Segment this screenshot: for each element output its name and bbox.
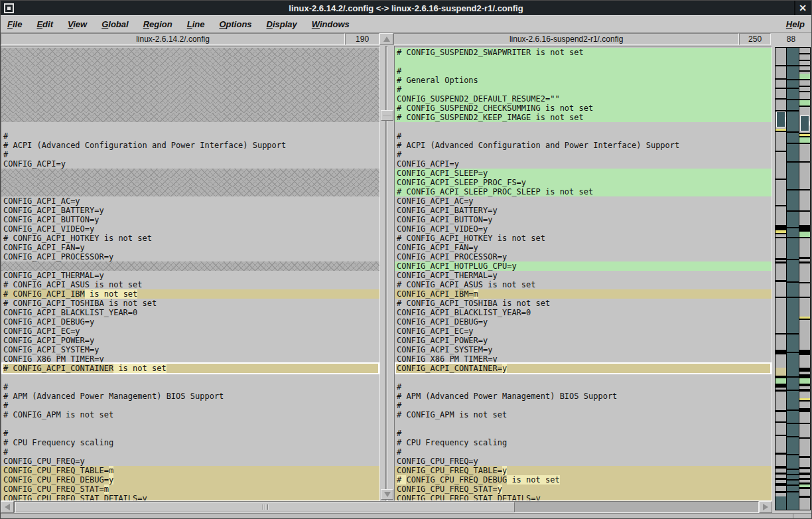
code-line[interactable]: CONFIG_ACPI_DEBUG=y [1,317,379,327]
code-line[interactable]: # [395,150,772,159]
code-line[interactable]: CONFIG_ACPI_SLEEP_PROC_FS=y [395,178,772,187]
menu-view[interactable]: View [68,19,87,29]
code-line[interactable]: CONFIG_ACPI_FAN=y [395,243,772,252]
code-line[interactable]: # CONFIG_SUSPEND2_KEEP_IMAGE is not set [395,113,772,122]
menu-line[interactable]: Line [187,19,205,29]
code-line[interactable]: CONFIG_ACPI_EC=y [1,327,379,336]
code-line[interactable]: CONFIG_ACPI_AC=y [1,196,379,206]
code-line[interactable]: CONFIG_CPU_FREQ_STAT=m [1,484,379,494]
code-line[interactable]: CONFIG_CPU_FREQ=y [395,457,772,466]
menu-options[interactable]: Options [219,19,251,29]
code-line[interactable]: # General Options [395,76,772,85]
code-line[interactable]: # [1,382,379,392]
code-line[interactable]: CONFIG_ACPI_HOTPLUG_CPU=y [395,261,772,271]
code-line[interactable]: # CONFIG_ACPI_TOSHIBA is not set [395,299,772,308]
code-line[interactable]: # CONFIG_ACPI_ASUS is not set [395,280,772,289]
code-line[interactable]: # CONFIG_SUSPEND2_CHECKSUMMING is not se… [395,104,772,113]
code-line[interactable]: CONFIG_ACPI_THERMAL=y [395,271,772,280]
code-line[interactable]: # ACPI (Advanced Configuration and Power… [395,141,772,150]
code-line[interactable]: CONFIG_CPU_FREQ=y [1,457,379,466]
code-line[interactable]: # CONFIG_ACPI_TOSHIBA is not set [1,299,379,308]
code-line[interactable]: # [1,401,379,410]
code-line[interactable]: CONFIG_ACPI_FAN=y [1,243,379,252]
window-menu-icon[interactable] [4,3,14,13]
code-line[interactable]: # [395,66,772,76]
code-line[interactable]: # CONFIG_ACPI_SLEEP_PROC_SLEEP is not se… [395,187,772,196]
code-line[interactable]: # CONFIG_CPU_FREQ_DEBUG is not set [395,475,772,484]
code-line[interactable]: # [1,447,379,457]
code-line[interactable]: CONFIG_ACPI_PROCESSOR=y [395,252,772,261]
scroll-left-button[interactable] [1,501,14,513]
vertical-scrollbar[interactable] [380,46,394,501]
code-line[interactable]: # CONFIG_ACPI_IBM is not set [1,289,379,299]
menu-region[interactable]: Region [143,19,172,29]
code-line[interactable]: CONFIG_X86_PM_TIMER=y [395,354,772,364]
code-line[interactable]: # ACPI (Advanced Configuration and Power… [1,141,379,150]
overview-viewport-indicator[interactable] [776,111,785,127]
code-line[interactable] [395,57,772,66]
code-line[interactable]: # CONFIG_APM is not set [1,410,379,419]
close-icon[interactable]: ✕ [794,1,810,15]
code-line[interactable]: CONFIG_ACPI_IBM=m [395,289,772,299]
code-line[interactable]: CONFIG_ACPI_BUTTON=y [395,215,772,224]
code-line[interactable]: # CPU Frequency scaling [395,438,772,447]
code-line[interactable]: CONFIG_ACPI_SLEEP=y [395,169,772,178]
code-line[interactable]: CONFIG_CPU_FREQ_DEBUG=y [1,475,379,484]
code-line[interactable]: # CONFIG_ACPI_HOTKEY is not set [1,234,379,243]
code-line[interactable]: CONFIG_ACPI_BLACKLIST_YEAR=0 [395,308,772,317]
code-line[interactable]: CONFIG_ACPI=y [395,159,772,169]
code-line[interactable]: CONFIG_ACPI_THERMAL=y [1,271,379,280]
scroll-up-button[interactable] [379,33,393,45]
horizontal-scrollbar[interactable] [1,501,772,513]
code-line[interactable] [395,419,772,429]
code-line[interactable]: # [395,131,772,141]
code-line[interactable]: # CPU Frequency scaling [1,438,379,447]
code-line[interactable]: # CONFIG_ACPI_CONTAINER is not set [1,364,379,373]
code-line[interactable]: CONFIG_ACPI_POWER=y [395,336,772,345]
code-line[interactable]: # CONFIG_APM is not set [395,410,772,419]
right-file-pane[interactable]: # CONFIG_SUSPEND2_SWAPWRITER is not set#… [394,46,772,501]
code-line[interactable]: CONFIG_ACPI_BATTERY=y [395,206,772,215]
code-line[interactable] [395,373,772,382]
code-line[interactable]: # [1,429,379,438]
code-line[interactable]: # APM (Advanced Power Management) BIOS S… [1,392,379,401]
code-line[interactable] [1,373,379,382]
code-line[interactable]: # CONFIG_ACPI_HOTKEY is not set [395,234,772,243]
code-line[interactable]: CONFIG_X86_PM_TIMER=y [1,354,379,364]
code-line[interactable]: # [395,429,772,438]
code-line[interactable]: CONFIG_ACPI=y [1,159,379,169]
code-line[interactable]: CONFIG_ACPI_POWER=y [1,336,379,345]
code-line[interactable]: CONFIG_ACPI_SYSTEM=y [395,345,772,354]
horizontal-scrollbar-track[interactable] [14,501,759,513]
code-line[interactable]: # APM (Advanced Power Management) BIOS S… [395,392,772,401]
menu-file[interactable]: File [7,19,22,29]
code-line[interactable]: CONFIG_ACPI_BATTERY=y [1,206,379,215]
code-line[interactable] [395,122,772,131]
code-line[interactable]: CONFIG_CPU_FREQ_TABLE=y [395,466,772,475]
menu-windows[interactable]: Windows [312,19,350,29]
code-line[interactable]: CONFIG_CPU_FREQ_STAT_DETAILS=y [395,494,772,501]
code-line[interactable]: CONFIG_ACPI_VIDEO=y [1,224,379,234]
code-line[interactable]: CONFIG_ACPI_CONTAINER=y [395,364,772,373]
code-line[interactable]: CONFIG_ACPI_VIDEO=y [395,224,772,234]
code-line[interactable]: # [395,382,772,392]
code-line[interactable]: CONFIG_CPU_FREQ_TABLE=m [1,466,379,475]
code-line[interactable]: # [395,85,772,94]
menu-display[interactable]: Display [267,19,297,29]
code-line[interactable]: # [395,401,772,410]
code-line[interactable]: CONFIG_ACPI_AC=y [395,196,772,206]
code-line[interactable]: # [1,150,379,159]
vertical-scrollbar-thumb[interactable] [381,110,393,121]
code-line[interactable]: # [395,447,772,457]
code-line[interactable]: CONFIG_SUSPEND2_DEFAULT_RESUME2="" [395,94,772,104]
code-line[interactable]: CONFIG_ACPI_EC=y [395,327,772,336]
scroll-down-button[interactable] [381,489,393,500]
left-file-pane[interactable]: ## ACPI (Advanced Configuration and Powe… [1,46,380,501]
code-line[interactable]: CONFIG_ACPI_BUTTON=y [1,215,379,224]
code-line[interactable]: CONFIG_ACPI_BLACKLIST_YEAR=0 [1,308,379,317]
code-line[interactable]: # CONFIG_ACPI_ASUS is not set [1,280,379,289]
scroll-right-button[interactable] [759,501,772,513]
code-line[interactable] [1,419,379,429]
menu-help[interactable]: Help [786,19,805,29]
code-line[interactable]: CONFIG_ACPI_PROCESSOR=y [1,252,379,261]
